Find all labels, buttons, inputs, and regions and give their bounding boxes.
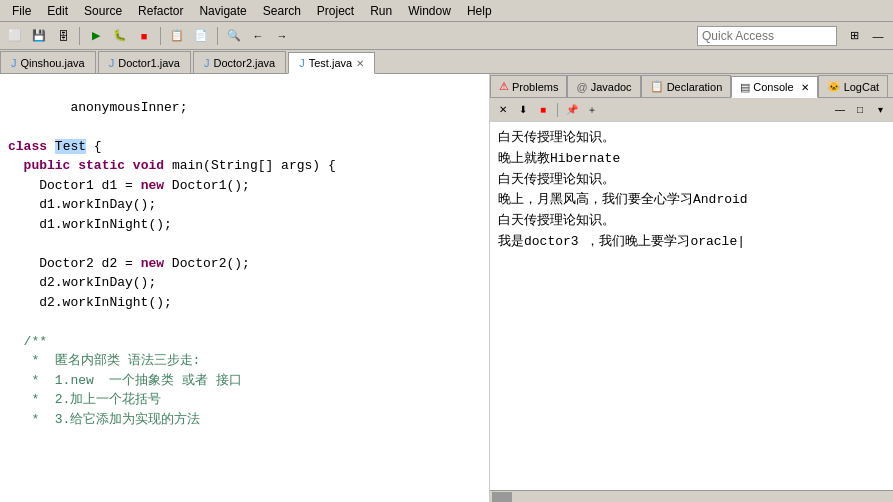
copy-btn[interactable]: 📋 [166, 25, 188, 47]
quick-access-input[interactable] [697, 26, 837, 46]
javadoc-label: Javadoc [591, 81, 632, 93]
console-terminate-btn[interactable]: ■ [534, 101, 552, 119]
menu-edit[interactable]: Edit [39, 2, 76, 20]
menu-bar: File Edit Source Refactor Navigate Searc… [0, 0, 893, 22]
tab-test-label: Test.java [309, 57, 352, 69]
console-label: Console [753, 81, 793, 93]
tab-qinshou[interactable]: J Qinshou.java [0, 51, 96, 73]
line-anon: anonymousInner; [55, 100, 188, 115]
console-close[interactable]: ✕ [801, 82, 809, 93]
console-line-5: 白天传授理论知识。 [498, 211, 885, 232]
declaration-icon: 📋 [650, 80, 664, 93]
editor-pane: anonymousInner; class Test { public stat… [0, 74, 490, 502]
declaration-label: Declaration [667, 81, 723, 93]
line-d2-new: Doctor2 d2 = new Doctor2(); [8, 256, 250, 271]
line-class: class Test { [8, 139, 102, 154]
new-btn[interactable]: ⬜ [4, 25, 26, 47]
line-jdoc-2: * 1.new 一个抽象类 或者 接口 [8, 373, 242, 388]
search-btn[interactable]: 🔍 [223, 25, 245, 47]
sep3 [217, 27, 218, 45]
menu-project[interactable]: Project [309, 2, 362, 20]
menu-help[interactable]: Help [459, 2, 500, 20]
console-line-1: 白天传授理论知识。 [498, 128, 885, 149]
perspective-btn[interactable]: ⊞ [843, 25, 865, 47]
forward-btn[interactable]: → [271, 25, 293, 47]
problems-label: Problems [512, 81, 558, 93]
right-tab-logcat[interactable]: 🐱 LogCat [818, 75, 888, 97]
menu-window[interactable]: Window [400, 2, 459, 20]
menu-run[interactable]: Run [362, 2, 400, 20]
tab-test-close[interactable]: ✕ [356, 58, 364, 69]
console-pin-btn[interactable]: 📌 [563, 101, 581, 119]
tab-qinshou-icon: J [11, 57, 17, 69]
line-main: public static void main(String[] args) { [8, 158, 336, 173]
save-btn[interactable]: 💾 [28, 25, 50, 47]
rtb-sep [557, 103, 558, 117]
right-toolbar: ✕ ⬇ ■ 📌 ＋ — □ ▾ [490, 98, 893, 122]
console-scrollbar[interactable] [490, 490, 893, 502]
tab-test[interactable]: J Test.java ✕ [288, 52, 375, 74]
tab-doctor1-label: Doctor1.java [118, 57, 180, 69]
line-blank2 [8, 236, 16, 251]
console-line-6: 我是doctor3 ，我们晚上要学习oracle [498, 232, 885, 253]
quick-access-box [697, 26, 837, 46]
line-jdoc-start: /** [8, 334, 47, 349]
main-content: anonymousInner; class Test { public stat… [0, 74, 893, 502]
stop-btn[interactable]: ■ [133, 25, 155, 47]
editor-content[interactable]: anonymousInner; class Test { public stat… [0, 74, 489, 502]
problems-icon: ⚠ [499, 80, 509, 93]
sep2 [160, 27, 161, 45]
menu-file[interactable]: File [4, 2, 39, 20]
logcat-icon: 🐱 [827, 80, 841, 93]
console-icon: ▤ [740, 81, 750, 94]
tab-doctor2-label: Doctor2.java [213, 57, 275, 69]
line-jdoc-3: * 2.加上一个花括号 [8, 392, 161, 407]
logcat-label: LogCat [844, 81, 879, 93]
debug-btn[interactable]: 🐛 [109, 25, 131, 47]
line-jdoc-1: * 匿名内部类 语法三步走: [8, 353, 200, 368]
menu-search[interactable]: Search [255, 2, 309, 20]
scrollbar-thumb[interactable] [492, 492, 512, 502]
line-jdoc-4: * 3.给它添加为实现的方法 [8, 412, 200, 427]
console-line-4: 晚上，月黑风高，我们要全心学习Android [498, 190, 885, 211]
line-blank3 [8, 314, 16, 329]
console-view-menu-btn[interactable]: ▾ [871, 101, 889, 119]
tab-qinshou-label: Qinshou.java [21, 57, 85, 69]
console-clear-btn[interactable]: ✕ [494, 101, 512, 119]
right-tab-problems[interactable]: ⚠ Problems [490, 75, 567, 97]
line-d2-day: d2.workInDay(); [8, 275, 156, 290]
tab-doctor2[interactable]: J Doctor2.java [193, 51, 286, 73]
console-line-3: 白天传授理论知识。 [498, 170, 885, 191]
tab-doctor1[interactable]: J Doctor1.java [98, 51, 191, 73]
line-d1-day: d1.workInDay(); [8, 197, 156, 212]
sep1 [79, 27, 80, 45]
console-max-btn[interactable]: □ [851, 101, 869, 119]
console-new-btn[interactable]: ＋ [583, 101, 601, 119]
menu-navigate[interactable]: Navigate [191, 2, 254, 20]
save-all-btn[interactable]: 🗄 [52, 25, 74, 47]
menu-refactor[interactable]: Refactor [130, 2, 191, 20]
tab-doctor2-icon: J [204, 57, 210, 69]
editor-tab-bar: J Qinshou.java J Doctor1.java J Doctor2.… [0, 50, 893, 74]
line-blank1 [8, 119, 16, 134]
right-tab-bar: ⚠ Problems @ Javadoc 📋 Declaration ▤ Con… [490, 74, 893, 98]
back-btn[interactable]: ← [247, 25, 269, 47]
run-btn[interactable]: ▶ [85, 25, 107, 47]
menu-source[interactable]: Source [76, 2, 130, 20]
paste-btn[interactable]: 📄 [190, 25, 212, 47]
tab-test-icon: J [299, 57, 305, 69]
right-tab-console[interactable]: ▤ Console ✕ [731, 76, 817, 98]
toolbar: ⬜ 💾 🗄 ▶ 🐛 ■ 📋 📄 🔍 ← → ⊞ — [0, 22, 893, 50]
line-d1-new: Doctor1 d1 = new Doctor1(); [8, 178, 250, 193]
right-tab-declaration[interactable]: 📋 Declaration [641, 75, 732, 97]
javadoc-icon: @ [576, 81, 587, 93]
right-panel: ⚠ Problems @ Javadoc 📋 Declaration ▤ Con… [490, 74, 893, 502]
line-d2-night: d2.workInNight(); [8, 295, 172, 310]
right-tab-javadoc[interactable]: @ Javadoc [567, 75, 640, 97]
console-min-btn[interactable]: — [831, 101, 849, 119]
console-scroll-end-btn[interactable]: ⬇ [514, 101, 532, 119]
console-line-2: 晚上就教Hibernate [498, 149, 885, 170]
line-d1-night: d1.workInNight(); [8, 217, 172, 232]
console-output: 白天传授理论知识。 晚上就教Hibernate 白天传授理论知识。 晚上，月黑风… [490, 122, 893, 490]
min-btn[interactable]: — [867, 25, 889, 47]
